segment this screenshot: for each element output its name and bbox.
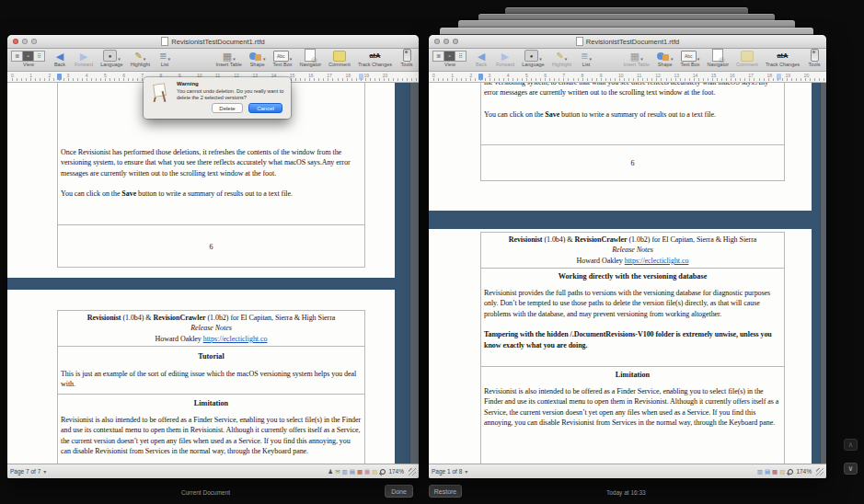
status-icon[interactable]: ▥ [342,468,348,475]
status-icon[interactable]: ▩ [772,468,778,475]
caret-down-icon: ▾ [465,469,467,475]
document-page[interactable]: the versioning system, to ensure that wh… [429,83,812,211]
zoom-window-button[interactable] [31,39,37,44]
right-indent-marker[interactable] [359,74,363,80]
back-icon: ◀ [56,50,63,62]
toolbar-language[interactable]: ●▾ Language [100,50,122,68]
page-footer-cell: 6 [57,224,365,268]
vertical-scrollbar[interactable] [820,83,826,464]
paragraph: Tampering with the hidden /.DocumentRevi… [484,329,781,350]
toolbar-forward[interactable]: ▶ Forward [496,50,514,68]
limitation-section: Limitation Revisionist is also intended … [480,367,785,464]
toolbar-navigator[interactable]: ◎ Navigator [300,50,322,68]
toolbar-list[interactable]: ≣▾ List [579,50,593,68]
eclecticlight-link[interactable]: https://eclecticlight.co [625,257,689,265]
close-button[interactable] [13,39,18,44]
indent-marker[interactable] [57,74,62,80]
section-heading: Limitation [481,371,784,379]
status-icon[interactable]: ♟ [328,468,333,475]
status-icon[interactable]: ▨ [779,468,785,475]
toolbar-language[interactable]: ●▾ Language [522,50,544,68]
status-icon[interactable]: ▩ [357,468,363,475]
toolbar-comment[interactable]: Comment [736,50,758,68]
comment-icon [333,50,346,62]
version-timestamp-label: Today at 16:33 [606,489,646,496]
ruler-number: 20 [804,73,823,78]
toolbar-navigator[interactable]: ◎ Navigator [708,50,730,68]
toolbar-view[interactable]: ≣▫⠿ View [12,50,45,68]
toolbar-track-changes[interactable]: atA Track Changes [358,50,392,68]
toolbar-highlight[interactable]: ✎▾ Highlight [552,50,571,68]
done-button[interactable]: Done [385,485,413,498]
toolbar-forward[interactable]: ▶ Forward [75,50,93,68]
right-statusbar: Page 1 of 8 ▾ ▥▤▩▨ 174% [429,464,826,478]
zoom-level[interactable]: 174% [388,468,404,475]
toolbar-text-box[interactable]: Abc▾ Text Box [272,50,292,68]
toolbar-insert-table[interactable]: ▦▾ Insert Table [624,50,650,68]
ruler-number: 6 [122,73,141,78]
cancel-button[interactable]: Cancel [248,103,282,113]
document-page[interactable]: Revisionist (1.0b4) & RevisionCrawler (1… [7,290,395,464]
warning-dialog: Warning You cannot undo deletion. Do you… [144,77,291,119]
toolbar-tools[interactable]: Tools [807,50,822,68]
vertical-scrollbar[interactable] [409,83,419,464]
toolbar-text-box[interactable]: Abc▾ Text Box [680,50,699,68]
status-icon[interactable]: ▥ [757,468,763,475]
view-thumbs-segment[interactable]: ⠿ [455,51,467,62]
toolbar-back[interactable]: ◀ Back [52,50,67,68]
resize-grip[interactable] [816,468,824,475]
paragraph: You can click on the Save button to writ… [484,109,781,120]
right-document-view[interactable]: the versioning system, to ensure that wh… [429,83,826,464]
status-icon[interactable]: ▨ [372,468,377,475]
toolbar-highlight[interactable]: ✎▾ Highlight [131,50,150,68]
zoom-level[interactable]: 174% [796,468,812,475]
eclecticlight-link[interactable]: https://eclecticlight.co [203,335,268,343]
ruler-number: 15 [711,73,730,78]
toolbar-shape[interactable]: ▾ Shape [657,50,674,68]
newer-version-button[interactable]: ∨ [844,463,858,475]
ruler-number: 15 [290,73,308,78]
status-icon[interactable]: ▦ [364,468,370,475]
left-document-view[interactable]: Once Revisionist has performed those del… [7,83,419,464]
toolbar-list[interactable]: ≣▾ List [157,50,172,68]
restore-button[interactable]: Restore [429,485,462,498]
toolbar-comment[interactable]: Comment [328,50,351,68]
left-titlebar[interactable]: RevisionistTestDocument1.rtfd [7,35,419,49]
zoom-window-button[interactable] [453,39,458,44]
page-indicator[interactable]: Page 7 of 7 ▾ [10,468,46,475]
insert-table-icon: ▦▾ [223,50,236,62]
status-icon[interactable]: ▤ [350,468,355,475]
minimize-button[interactable] [22,39,28,44]
toolbar-shape[interactable]: ▾ Shape [249,50,266,68]
minimize-button[interactable] [444,39,449,44]
ruler-number: 1 [451,73,469,78]
status-icon[interactable]: ▤ [765,468,770,475]
view-thumbs-segment[interactable]: ⠿ [33,51,45,62]
older-version-button[interactable]: ∧ [844,439,858,451]
toolbar-tools[interactable]: Tools [399,50,414,68]
indent-marker[interactable] [478,74,483,80]
close-button[interactable] [434,39,440,44]
ruler-number: 1 [29,73,48,78]
toolbar-insert-table[interactable]: ▦▾ Insert Table [216,50,242,68]
ruler-number: 5 [104,73,122,78]
page-indicator[interactable]: Page 1 of 8 ▾ [432,468,467,475]
toolbar-view[interactable]: ≣▫⠿ View [433,50,467,68]
text-box-icon: Abc▾ [681,50,700,62]
delete-button[interactable]: Delete [212,103,243,113]
ruler-number: 14 [693,73,711,78]
doc-header-cell: Revisionist (1.0b4) & RevisionCrawler (1… [57,310,365,347]
right-titlebar[interactable]: RevisionistTestDocument1.rtfd [429,35,826,49]
right-indent-marker[interactable] [777,74,781,80]
status-icon[interactable]: ✉ [335,468,340,475]
list-icon: ≣▾ [159,50,170,62]
current-document-label: Current Document [181,489,230,496]
document-page[interactable]: Revisionist (1.0b4) & RevisionCrawler (1… [429,229,812,464]
track-changes-icon: atA [369,50,380,62]
left-statusbar: Page 7 of 7 ▾ ♟✉▥▤▩▦▨ 174% [7,464,419,478]
working-directly-section: Working directly with the versioning dat… [480,269,785,367]
toolbar-back[interactable]: ◀ Back [474,50,489,68]
ruler-number: 5 [525,73,544,78]
resize-grip[interactable] [409,468,416,475]
toolbar-track-changes[interactable]: atA Track Changes [766,50,800,68]
